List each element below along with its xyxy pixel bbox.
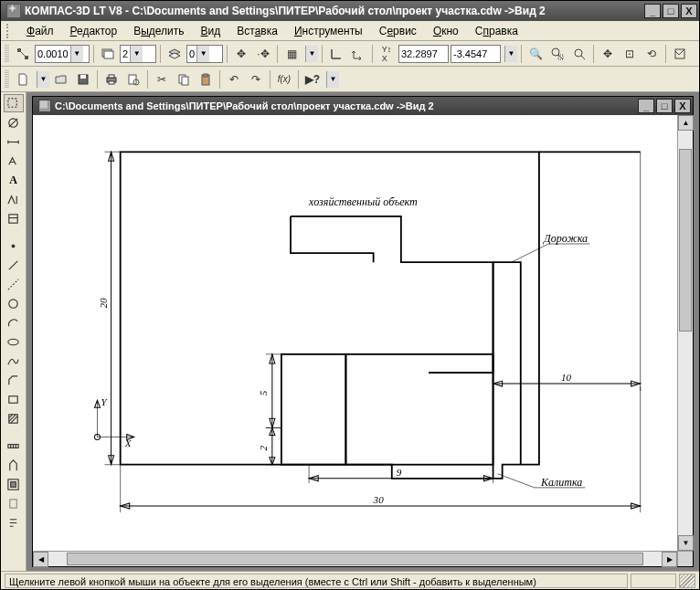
param-tool-button[interactable] [4,209,24,227]
ellipse-tool-button[interactable] [4,332,24,351]
variables-button[interactable]: f(x) [274,69,294,90]
resize-grip[interactable] [679,574,695,588]
menu-file[interactable]: Файл [19,23,61,39]
cut-button[interactable]: ✂ [152,69,172,90]
xy-label-button[interactable]: Y↕X [377,44,397,64]
chevron-down-icon[interactable]: ▼ [130,46,143,62]
copy-button[interactable] [174,69,194,90]
svg-line-50 [498,474,535,488]
document-titlebar[interactable]: C:\Documents and Settings\ПИТЕР\Рабочий … [33,97,693,115]
select-tool-button[interactable] [4,94,24,112]
svg-rect-4 [104,51,113,58]
text-tool-button[interactable]: A [4,171,24,189]
rect-tool-button[interactable] [4,390,24,408]
menu-view[interactable]: Вид [194,23,228,39]
undo-button[interactable]: ↶ [224,69,244,90]
spline-tool-button[interactable] [4,352,24,370]
snap-settings-button[interactable]: ✥ [231,44,251,64]
label-path: Дорожка [543,232,588,245]
section-tool-button[interactable] [4,475,24,493]
menu-tools[interactable]: Инструменты [287,23,370,39]
scroll-thumb[interactable] [679,149,692,332]
open-button[interactable] [51,69,71,90]
doc-minimize-button[interactable]: _ [638,99,654,113]
doc-close-button[interactable]: X [674,99,691,113]
print-button[interactable] [101,69,122,90]
menu-service[interactable]: Сервис [372,23,424,39]
help-cursor-button[interactable]: ▶? [302,69,323,90]
layers-manager-button[interactable] [164,44,185,64]
chevron-down-icon[interactable]: ▼ [305,46,318,62]
toolbar-row-1: 0.0010▼ 2▼ 0▼ ✥ ·✥ ▦ ▼ Y↕X 32.2897 -3.45… [1,41,699,67]
pan-button[interactable]: ✥ [598,44,618,64]
layer-idx-field[interactable]: 0▼ [186,45,223,63]
scroll-thumb[interactable] [67,553,643,565]
break-tool-button[interactable] [4,494,24,512]
save-button[interactable] [73,69,93,90]
chevron-down-icon[interactable]: ▼ [504,46,517,62]
menu-select[interactable]: Выделить [126,23,191,39]
layer-num-field[interactable]: 2▼ [120,45,156,63]
edit-tool-button[interactable] [4,190,24,208]
scroll-right-button[interactable]: ▶ [662,552,677,567]
scroll-left-button[interactable]: ◀ [33,552,48,567]
step-field[interactable]: 0.0010▼ [35,45,90,63]
chevron-down-icon[interactable]: ▼ [196,46,209,62]
zoom-scale-button[interactable]: ⊡ [620,44,640,64]
hatch-tool-button[interactable] [4,409,24,427]
horizontal-scrollbar[interactable] [48,552,662,566]
ortho-button[interactable] [326,44,346,64]
preview-button[interactable] [123,69,143,90]
zoom-prev-button[interactable]: ⟲ [642,44,662,64]
line-tool-button[interactable] [4,256,24,274]
label-host: хозяйственный объект [308,195,418,208]
chamfer-tool-button[interactable] [4,371,24,389]
point-tool-button[interactable] [4,237,24,255]
rough-tool-button[interactable] [4,456,24,474]
scroll-down-button[interactable]: ▼ [678,535,694,551]
redo-button[interactable]: ↷ [246,69,266,90]
dimension-tool-button[interactable] [4,132,24,151]
local-cs-button[interactable] [348,44,368,64]
refresh-button[interactable] [670,44,690,64]
doc-maximize-button[interactable]: □ [656,99,673,113]
chevron-down-icon[interactable]: ▼ [37,71,49,88]
svg-rect-14 [109,75,114,78]
aux-line-tool-button[interactable] [4,275,24,293]
toolbar-grip[interactable] [5,45,9,63]
new-button[interactable] [13,69,33,90]
statusbar: Щелкните левой кнопкой мыши на объекте д… [1,571,699,589]
chevron-down-icon[interactable]: ▼ [326,71,339,88]
svg-rect-44 [10,499,17,507]
zoom-window-button[interactable] [547,44,567,64]
titlebar[interactable]: КОМПАС-3D LT V8 - C:\Documents and Setti… [1,1,699,21]
circle-tool-button[interactable] [4,294,24,312]
minimize-button[interactable]: _ [644,4,661,18]
menu-insert[interactable]: Вставка [229,23,285,39]
scroll-up-button[interactable]: ▲ [678,115,694,131]
grid-button[interactable]: ▦ [281,44,302,64]
toolbar-grip[interactable] [5,70,9,89]
snap-off-button[interactable]: ·✥ [253,44,273,64]
geometry-tool-button[interactable] [4,113,24,132]
drawing-canvas[interactable]: хозяйственный объект Дорожка Калитка 20 … [33,115,677,551]
menu-help[interactable]: Справка [468,23,525,39]
more-tool-button[interactable] [4,513,24,532]
chevron-down-icon[interactable]: ▼ [70,46,83,62]
coord-x-field[interactable]: 32.2897 [398,45,449,63]
menu-window[interactable]: Окно [426,23,466,39]
menu-edit[interactable]: Редактор [63,23,125,39]
close-button[interactable]: X [681,4,697,18]
layer-button[interactable] [98,44,118,64]
coord-y-field[interactable]: -3.4547 [451,45,501,63]
zoom-in-button[interactable]: 🔍 [525,44,546,64]
snap-toggle-button[interactable] [13,44,33,64]
paste-button[interactable] [196,69,216,90]
arc-tool-button[interactable] [4,313,24,332]
symbol-tool-button[interactable] [4,152,24,170]
maximize-button[interactable]: □ [663,4,679,18]
vertical-scrollbar[interactable]: ▲ ▼ [677,115,693,551]
zoom-fit-button[interactable] [569,44,589,64]
measure-tool-button[interactable] [4,437,24,455]
toolbar-grip[interactable] [6,24,12,38]
